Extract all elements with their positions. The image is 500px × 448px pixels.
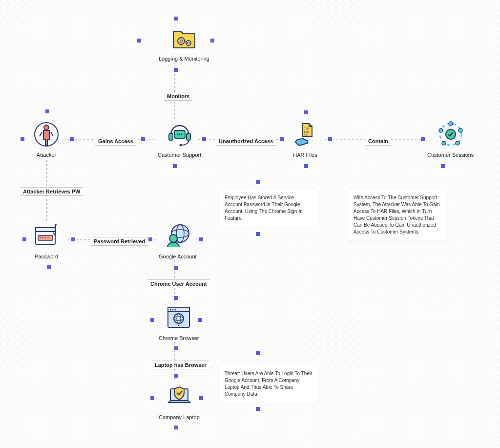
svg-rect-21 (187, 133, 190, 140)
note-text: With Access To The Customer Support Syst… (354, 195, 440, 235)
node-logging-label: Logging & Monitoring (159, 56, 209, 62)
svg-point-33 (456, 141, 459, 145)
svg-text:110: 110 (304, 130, 309, 133)
node-google-account[interactable]: Google Account (159, 221, 197, 259)
node-logging[interactable]: Logging & Monitoring (159, 23, 209, 62)
node-attacker-label: Attacker (37, 152, 56, 158)
verified-group-icon (436, 120, 465, 149)
note-text: Threat: Users Are Able To Login To Their… (225, 371, 312, 397)
note-har-attack[interactable]: With Access To The Customer Support Syst… (348, 190, 447, 240)
svg-point-26 (181, 134, 182, 135)
svg-point-22 (179, 144, 182, 147)
password-phishing-icon: * * * * (32, 221, 61, 251)
svg-line-18 (40, 132, 42, 136)
svg-rect-38 (36, 228, 55, 232)
svg-point-9 (180, 40, 182, 43)
edge-label-chrome-user-account: Chrome User Account (147, 279, 210, 288)
svg-point-25 (179, 134, 180, 135)
svg-point-17 (44, 125, 49, 130)
svg-rect-47 (168, 308, 189, 312)
edge-label-gains-access: Gains Access (95, 137, 136, 146)
svg-point-48 (170, 309, 171, 311)
svg-text:* * * *: * * * * (40, 236, 49, 240)
svg-point-54 (178, 325, 180, 326)
svg-point-31 (449, 122, 453, 126)
node-chrome-browser[interactable]: Chrome Browser (159, 303, 199, 341)
svg-line-19 (51, 132, 53, 136)
node-attacker[interactable]: Attacker (32, 120, 61, 158)
node-har-files[interactable]: 010 110 001 HAR Files (291, 120, 320, 158)
note-employee-password[interactable]: Employee Has Stored A Service Account Pa… (219, 190, 318, 227)
edge-label-contain: Contain (365, 137, 391, 146)
node-har-files-label: HAR Files (293, 152, 317, 158)
node-google-account-label: Google Account (159, 254, 197, 259)
node-chrome-browser-label: Chrome Browser (159, 335, 199, 341)
headset-chat-icon (165, 120, 194, 149)
svg-point-49 (172, 309, 174, 311)
node-customer-support[interactable]: Customer Support (158, 120, 201, 158)
node-customer-sessions-label: Customer Sessions (427, 152, 474, 158)
node-password-label: Password (35, 254, 58, 259)
svg-point-35 (439, 128, 443, 132)
note-text: Employee Has Stored A Service Account Pa… (225, 195, 303, 221)
svg-point-45 (169, 235, 177, 242)
node-company-laptop-label: Company Laptop (159, 414, 200, 420)
edge-label-laptop-has-browser: Laptop has Browser (152, 361, 209, 369)
node-customer-sessions[interactable]: Customer Sessions (427, 120, 474, 158)
svg-point-15 (188, 42, 189, 44)
edge-label-password-retrieved: Password Retrieved (91, 237, 148, 246)
svg-point-50 (175, 309, 176, 311)
svg-point-24 (177, 134, 178, 135)
edge-label-monitors: Monitors (164, 92, 192, 101)
svg-point-41 (55, 224, 57, 226)
svg-point-32 (458, 128, 462, 132)
svg-text:010: 010 (304, 127, 309, 130)
browser-globe-icon (164, 303, 193, 332)
diagram-canvas[interactable]: Monitors Gains Access Unauthorized Acces… (0, 0, 500, 448)
node-company-laptop[interactable]: Company Laptop (159, 382, 200, 420)
node-customer-support-label: Customer Support (158, 152, 201, 158)
person-icon (32, 120, 61, 149)
node-password[interactable]: * * * * Password (32, 221, 61, 259)
svg-rect-20 (169, 133, 173, 140)
svg-point-34 (442, 141, 446, 145)
laptop-shield-icon (165, 382, 194, 411)
hand-binary-file-icon: 010 110 001 (291, 120, 320, 149)
folder-gears-icon (169, 23, 199, 53)
note-threat[interactable]: Threat: Users Are Able To Login To Their… (219, 365, 318, 403)
svg-text:001: 001 (304, 134, 309, 137)
globe-user-icon (163, 221, 192, 251)
edge-label-unauthorized-access: Unauthorized Access (216, 137, 276, 146)
edge-label-attacker-retrieves-pw: Attacker Retrieves PW (20, 187, 83, 196)
